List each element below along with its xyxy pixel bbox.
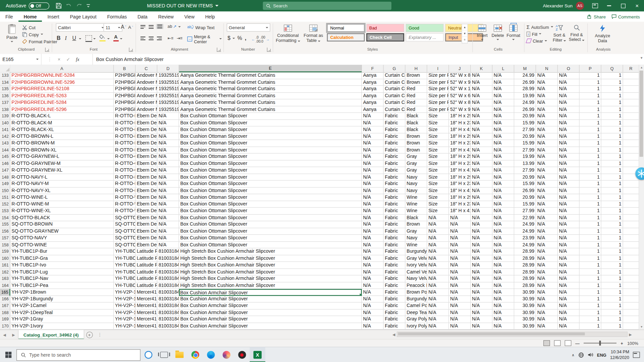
cell-F147[interactable]: N/A bbox=[362, 167, 384, 174]
cell-Q144[interactable]: 1 bbox=[601, 147, 623, 154]
cell-A163[interactable]: YH-TUBC1P-Nav bbox=[10, 276, 114, 282]
clear-button[interactable]: Clear bbox=[527, 37, 547, 45]
cell-J158[interactable]: N/A bbox=[449, 242, 471, 248]
customize-qat-button[interactable] bbox=[86, 4, 90, 8]
undo-button[interactable] bbox=[66, 3, 72, 8]
cell-K165[interactable]: N/A bbox=[471, 289, 492, 296]
cell-P143[interactable]: 1 bbox=[580, 140, 601, 147]
cell-H163[interactable]: Navy Velv bbox=[406, 276, 427, 282]
cell-O133[interactable]: N/A bbox=[558, 72, 580, 79]
cell-G150[interactable]: Fabric bbox=[384, 187, 406, 194]
cell-C166[interactable]: Mercer41 bbox=[136, 296, 157, 302]
cell-N136[interactable]: N/A bbox=[536, 93, 558, 99]
cell-J166[interactable]: N/A bbox=[449, 296, 471, 302]
cut-button[interactable]: Cut bbox=[22, 23, 36, 31]
cell-N165[interactable]: N/A bbox=[536, 289, 558, 296]
cell-K136[interactable]: N/A bbox=[471, 93, 492, 99]
cell-H156[interactable]: Gray bbox=[406, 228, 427, 235]
cell-I161[interactable]: N/A bbox=[427, 262, 449, 268]
page-break-view-button[interactable] bbox=[565, 340, 571, 346]
cell-M159[interactable]: 28.99 bbox=[514, 248, 536, 255]
cell-J160[interactable]: N/A bbox=[449, 255, 471, 262]
cell-M148[interactable]: 20.99 bbox=[514, 174, 536, 181]
cell-M139[interactable]: 20.99 bbox=[514, 113, 536, 120]
cell-D141[interactable]: N/A bbox=[157, 126, 179, 133]
confirm-entry-button[interactable]: ✓ bbox=[66, 56, 70, 62]
cell-Q136[interactable]: 1 bbox=[601, 93, 623, 99]
cell-M136[interactable]: 19.99 bbox=[514, 93, 536, 99]
row-header-145[interactable]: 145 bbox=[0, 154, 10, 160]
cell-A162[interactable]: YH-TUBC1P-Lug bbox=[10, 268, 114, 275]
cell-Q139[interactable]: 1 bbox=[601, 113, 623, 120]
cell-O168[interactable]: N/A bbox=[558, 309, 580, 316]
cell-H148[interactable]: Navy bbox=[406, 174, 427, 181]
excel-taskbar-icon[interactable]: X bbox=[250, 347, 265, 362]
cell-F153[interactable]: N/A bbox=[362, 208, 384, 215]
cell-A155[interactable]: SQ-OTTO-BROWN bbox=[10, 221, 114, 228]
cell-L135[interactable]: N/A bbox=[492, 86, 514, 93]
cell-L140[interactable]: N/A bbox=[492, 120, 514, 126]
cell-A143[interactable]: R-OTTO-BROWN-M bbox=[10, 140, 114, 147]
row-header-149[interactable]: 149 bbox=[0, 181, 10, 187]
cell-H167[interactable]: Camel Pol bbox=[406, 302, 427, 309]
cell-P142[interactable]: 1 bbox=[580, 133, 601, 140]
cell-P152[interactable]: 1 bbox=[580, 201, 601, 207]
cell-E150[interactable]: Box Cushion Ottoman Slipcover bbox=[179, 187, 362, 194]
cell-Q162[interactable]: 1 bbox=[601, 268, 623, 275]
cell-D134[interactable]: 193255191 bbox=[157, 79, 179, 86]
cell-B143[interactable]: R-OTTO-B bbox=[114, 140, 136, 147]
cell-P169[interactable]: 1 bbox=[580, 316, 601, 323]
cell-N169[interactable]: N/A bbox=[536, 316, 558, 323]
cell-A142[interactable]: R-OTTO-BROWN-L bbox=[10, 133, 114, 140]
cell-K138[interactable]: N/A bbox=[471, 106, 492, 113]
cell-E159[interactable]: High Stretch Box Cushion Armchair Slipco… bbox=[179, 248, 362, 255]
cell-G148[interactable]: Fabric bbox=[384, 174, 406, 181]
cell-A160[interactable]: YH-TUBC1P-Gra bbox=[10, 255, 114, 262]
cell-H152[interactable]: Wine bbox=[406, 201, 427, 207]
cell-M138[interactable]: 26.99 bbox=[514, 106, 536, 113]
cell-I164[interactable]: N/A bbox=[427, 282, 449, 289]
cell-G158[interactable]: Fabric bbox=[384, 242, 406, 248]
row-header-147[interactable]: 147 bbox=[0, 167, 10, 174]
cell-K145[interactable]: N/A bbox=[471, 154, 492, 160]
cell-C148[interactable]: Ebern Des bbox=[136, 174, 157, 181]
cell-M137[interactable]: 24.99 bbox=[514, 99, 536, 106]
cell-F157[interactable]: N/A bbox=[362, 235, 384, 241]
cell-N138[interactable]: N/A bbox=[536, 106, 558, 113]
align-right-button[interactable] bbox=[157, 37, 162, 40]
cell-R154[interactable] bbox=[623, 215, 639, 221]
cell-C138[interactable]: Andover M bbox=[136, 106, 157, 113]
zoom-level[interactable]: 100% bbox=[627, 341, 638, 346]
cell-B153[interactable]: R-OTTO-W bbox=[114, 208, 136, 215]
cell-O166[interactable]: N/A bbox=[558, 296, 580, 302]
cell-I142[interactable]: Size bbox=[427, 133, 449, 140]
cell-D153[interactable]: N/A bbox=[157, 208, 179, 215]
cell-P133[interactable]: 1 bbox=[580, 72, 601, 79]
cell-I138[interactable]: Size per P bbox=[427, 106, 449, 113]
cell-I168[interactable]: N/A bbox=[427, 309, 449, 316]
cell-Q142[interactable]: 1 bbox=[601, 133, 623, 140]
cell-B164[interactable]: YH-TUBC1 bbox=[114, 282, 136, 289]
cell-I156[interactable]: N/A bbox=[427, 228, 449, 235]
cell-L167[interactable]: N/A bbox=[492, 302, 514, 309]
cell-G145[interactable]: Fabric bbox=[384, 154, 406, 160]
cell-I166[interactable]: N/A bbox=[427, 296, 449, 302]
cell-R149[interactable] bbox=[623, 181, 639, 187]
top-align-button[interactable] bbox=[141, 25, 146, 28]
row-header-137[interactable]: 137 bbox=[0, 99, 10, 106]
row-header-169[interactable]: 169 bbox=[0, 316, 10, 323]
cell-C170[interactable]: Mercer41 bbox=[136, 323, 157, 329]
cell-N154[interactable]: N/A bbox=[536, 215, 558, 221]
cell-C142[interactable]: Ebern Des bbox=[136, 133, 157, 140]
comma-style-button[interactable]: , bbox=[245, 35, 247, 41]
scroll-down-arrow[interactable]: ▼ bbox=[639, 324, 644, 329]
autosum-button[interactable]: ΣAutoSum bbox=[527, 23, 553, 31]
cell-K140[interactable]: N/A bbox=[471, 120, 492, 126]
row-header-134[interactable]: 134 bbox=[0, 79, 10, 86]
cell-F151[interactable]: N/A bbox=[362, 194, 384, 201]
cell-E158[interactable]: Box Cushion Ottoman Slipcover bbox=[179, 242, 362, 248]
format-as-table-button[interactable]: Format asTable bbox=[302, 22, 324, 43]
cell-P164[interactable]: 1 bbox=[580, 282, 601, 289]
file-explorer-icon[interactable] bbox=[172, 347, 187, 362]
cell-J157[interactable]: N/A bbox=[449, 235, 471, 241]
